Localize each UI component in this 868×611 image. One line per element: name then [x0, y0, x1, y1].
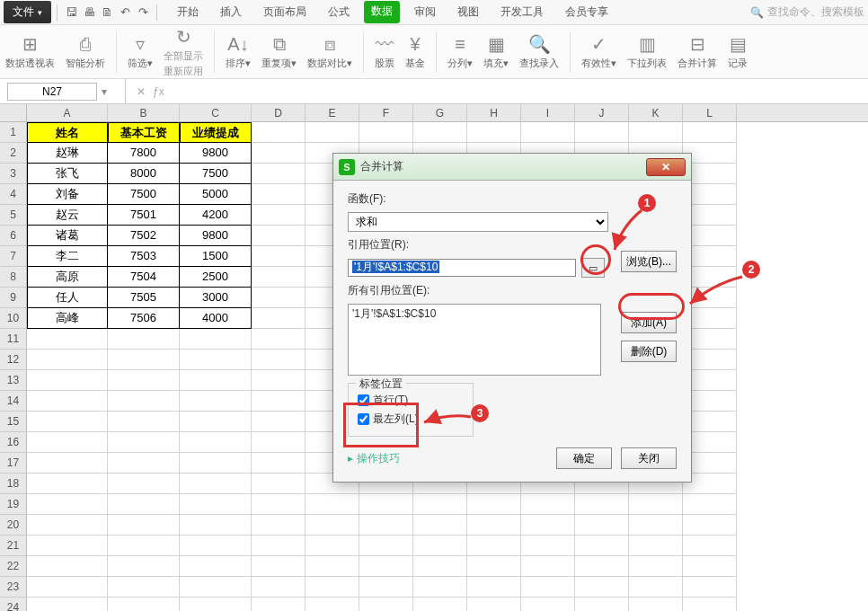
cell-B20[interactable] — [108, 515, 180, 536]
cell-B5[interactable]: 7501 — [108, 205, 180, 226]
cell-A10[interactable]: 高峰 — [27, 308, 108, 329]
cell-C12[interactable] — [180, 350, 252, 370]
cell-C7[interactable]: 1500 — [180, 246, 252, 267]
cell-A4[interactable]: 刘备 — [27, 184, 108, 205]
cell-A15[interactable] — [27, 412, 108, 432]
cell-G20[interactable] — [413, 515, 467, 536]
cell-A23[interactable] — [27, 577, 108, 598]
cell-H21[interactable] — [467, 536, 521, 556]
cell-E19[interactable] — [306, 494, 359, 515]
col-header-E[interactable]: E — [306, 104, 359, 121]
tab-插入[interactable]: 插入 — [213, 1, 249, 23]
cell-D4[interactable] — [252, 184, 306, 205]
cell-F1[interactable] — [359, 122, 413, 143]
cell-H1[interactable] — [467, 122, 521, 143]
fx-icon[interactable]: ƒx — [153, 85, 164, 98]
cell-A20[interactable] — [27, 515, 108, 536]
cell-J20[interactable] — [575, 515, 629, 536]
qat-redo-icon[interactable]: ↷ — [135, 4, 151, 21]
col-header-I[interactable]: I — [521, 104, 575, 121]
col-header-D[interactable]: D — [252, 104, 306, 121]
cell-L22[interactable] — [683, 556, 737, 577]
row-header-3[interactable]: 3 — [0, 164, 26, 184]
cell-D21[interactable] — [252, 536, 306, 556]
row-header-5[interactable]: 5 — [0, 205, 26, 226]
cell-A17[interactable] — [27, 453, 108, 474]
cell-C21[interactable] — [180, 536, 252, 556]
ribbon-智能分析[interactable]: ⎙智能分析 — [66, 33, 105, 70]
ribbon-合并计算[interactable]: ⊟合并计算 — [678, 33, 717, 70]
ribbon-group[interactable]: ↻全部显示重新应用 — [164, 26, 203, 78]
row-header-14[interactable]: 14 — [0, 391, 26, 412]
cell-E23[interactable] — [306, 577, 359, 598]
cell-A19[interactable] — [27, 494, 108, 515]
row-header-18[interactable]: 18 — [0, 474, 26, 494]
cell-C24[interactable] — [180, 598, 252, 611]
cell-A8[interactable]: 高原 — [27, 267, 108, 288]
tab-审阅[interactable]: 审阅 — [407, 1, 443, 23]
cell-B8[interactable]: 7504 — [108, 267, 180, 288]
cell-C3[interactable]: 7500 — [180, 164, 252, 184]
tab-视图[interactable]: 视图 — [450, 1, 486, 23]
cell-D9[interactable] — [252, 288, 306, 308]
cell-C1[interactable]: 业绩提成 — [180, 122, 252, 143]
cell-G23[interactable] — [413, 577, 467, 598]
tab-开始[interactable]: 开始 — [170, 1, 206, 23]
cell-A7[interactable]: 李二 — [27, 246, 108, 267]
cell-C16[interactable] — [180, 432, 252, 453]
cell-D20[interactable] — [252, 515, 306, 536]
tab-数据[interactable]: 数据 — [364, 1, 400, 23]
cell-J1[interactable] — [575, 122, 629, 143]
cell-F21[interactable] — [359, 536, 413, 556]
cell-D7[interactable] — [252, 246, 306, 267]
cell-D15[interactable] — [252, 412, 306, 432]
cell-B15[interactable] — [108, 412, 180, 432]
cell-C13[interactable] — [180, 370, 252, 391]
cell-A16[interactable] — [27, 432, 108, 453]
row-header-23[interactable]: 23 — [0, 577, 26, 598]
row-header-24[interactable]: 24 — [0, 598, 26, 611]
cell-J23[interactable] — [575, 577, 629, 598]
cell-B11[interactable] — [108, 329, 180, 350]
cell-D10[interactable] — [252, 308, 306, 329]
cell-A18[interactable] — [27, 474, 108, 494]
cell-A6[interactable]: 诸葛 — [27, 226, 108, 246]
cell-E22[interactable] — [306, 556, 359, 577]
cell-C15[interactable] — [180, 412, 252, 432]
cell-I23[interactable] — [521, 577, 575, 598]
cell-B17[interactable] — [108, 453, 180, 474]
cell-D13[interactable] — [252, 370, 306, 391]
cell-B22[interactable] — [108, 556, 180, 577]
cell-B23[interactable] — [108, 577, 180, 598]
row-header-1[interactable]: 1 — [0, 122, 26, 143]
top-row-checkbox[interactable]: 首行(T) — [358, 393, 464, 408]
col-header-F[interactable]: F — [359, 104, 413, 121]
cell-B19[interactable] — [108, 494, 180, 515]
cell-B1[interactable]: 基本工资 — [108, 122, 180, 143]
cell-K24[interactable] — [629, 598, 683, 611]
qat-save-icon[interactable]: 🖫 — [63, 4, 79, 21]
cell-A5[interactable]: 赵云 — [27, 205, 108, 226]
cell-C11[interactable] — [180, 329, 252, 350]
cell-F22[interactable] — [359, 556, 413, 577]
cell-J24[interactable] — [575, 598, 629, 611]
cell-J19[interactable] — [575, 494, 629, 515]
cell-K19[interactable] — [629, 494, 683, 515]
reference-input[interactable]: '1月'!$A$1:$C$10 — [348, 259, 576, 277]
name-box[interactable] — [7, 83, 97, 101]
ribbon-股票[interactable]: 〰股票 — [375, 33, 394, 70]
cell-F20[interactable] — [359, 515, 413, 536]
cell-D8[interactable] — [252, 267, 306, 288]
cell-L21[interactable] — [683, 536, 737, 556]
row-header-9[interactable]: 9 — [0, 288, 26, 308]
cell-E1[interactable] — [306, 122, 359, 143]
cell-L23[interactable] — [683, 577, 737, 598]
close-button[interactable]: 关闭 — [621, 447, 677, 469]
cell-D1[interactable] — [252, 122, 306, 143]
ribbon-填充▾[interactable]: ▦填充▾ — [483, 33, 509, 70]
cell-F23[interactable] — [359, 577, 413, 598]
function-select[interactable]: 求和 — [348, 212, 608, 232]
cell-G24[interactable] — [413, 598, 467, 611]
cell-I22[interactable] — [521, 556, 575, 577]
cell-B4[interactable]: 7500 — [108, 184, 180, 205]
